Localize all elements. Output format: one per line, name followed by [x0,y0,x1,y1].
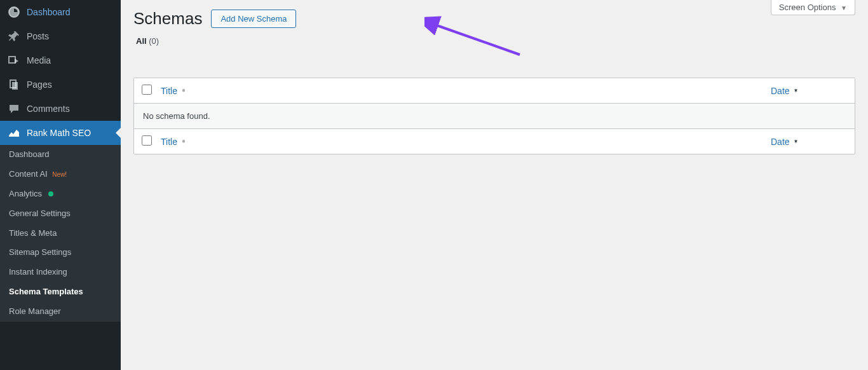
sort-icon: ▲▼ [794,90,799,91]
svg-rect-1 [9,57,15,63]
sidebar-item-label: Dashboard [27,6,71,18]
submenu-item-titles-meta[interactable]: Titles & Meta [0,224,121,243]
pin-icon [8,30,20,43]
main-content: Screen Options ▼ Schemas Add New Schema … [121,0,868,370]
sidebar-item-label: Comments [27,103,70,114]
submenu-item-schema-templates[interactable]: Schema Templates [0,282,121,302]
sort-icon: ▲▼ [181,141,186,142]
submenu-item-instant-indexing[interactable]: Instant Indexing [0,263,121,282]
dashboard-icon [8,6,20,18]
submenu-item-sitemap-settings[interactable]: Sitemap Settings [0,243,121,263]
column-footer-date[interactable]: Date ▲▼ [771,137,847,147]
status-dot [48,191,53,196]
submenu-item-analytics[interactable]: Analytics [0,184,121,204]
submenu-item-dashboard[interactable]: Dashboard [0,145,121,165]
submenu-item-content-ai[interactable]: Content AI New! [0,165,121,184]
sidebar-item-label: Rank Math SEO [27,127,91,139]
column-footer-title[interactable]: Title ▲▼ [161,137,771,147]
svg-rect-3 [12,82,18,90]
sidebar-item-label: Pages [27,79,52,90]
sidebar-item-posts[interactable]: Posts [0,24,121,48]
table-empty-row: No schema found. [134,104,855,129]
admin-sidebar: Dashboard Posts Media Pages Comments Ran… [0,0,121,370]
table-header: Title ▲▼ Date ▲▼ [134,78,855,104]
sidebar-item-media[interactable]: Media [0,48,121,72]
submenu-item-general-settings[interactable]: General Settings [0,204,121,224]
subsub-filter: All (0) [133,36,855,46]
sidebar-item-label: Posts [27,31,49,42]
submenu-rankmath: Dashboard Content AI New! Analytics Gene… [0,145,121,322]
sidebar-item-comments[interactable]: Comments [0,97,121,121]
media-icon [8,54,20,67]
page-title: Schemas [133,9,202,29]
sidebar-item-label: Media [27,55,51,66]
sidebar-item-dashboard[interactable]: Dashboard [0,0,121,24]
filter-all[interactable]: All (0) [136,36,159,46]
add-new-schema-button[interactable]: Add New Schema [211,10,296,28]
sort-icon: ▲▼ [794,141,799,142]
submenu-item-role-manager[interactable]: Role Manager [0,302,121,322]
schema-table: Title ▲▼ Date ▲▼ No schema found. Title … [133,78,855,154]
new-badge: New! [52,171,67,178]
table-footer: Title ▲▼ Date ▲▼ [134,129,855,154]
chart-icon [8,127,20,139]
sidebar-item-rankmath[interactable]: Rank Math SEO [0,121,121,145]
column-header-title[interactable]: Title ▲▼ [161,86,771,96]
screen-options-button[interactable]: Screen Options ▼ [771,0,855,15]
pages-icon [8,78,20,91]
chevron-down-icon: ▼ [841,4,847,11]
sort-icon: ▲▼ [181,90,186,91]
select-all-checkbox[interactable] [142,85,152,95]
comment-icon [8,102,20,115]
select-all-checkbox-footer[interactable] [142,135,152,146]
column-header-date[interactable]: Date ▲▼ [771,86,847,96]
sidebar-item-pages[interactable]: Pages [0,72,121,97]
